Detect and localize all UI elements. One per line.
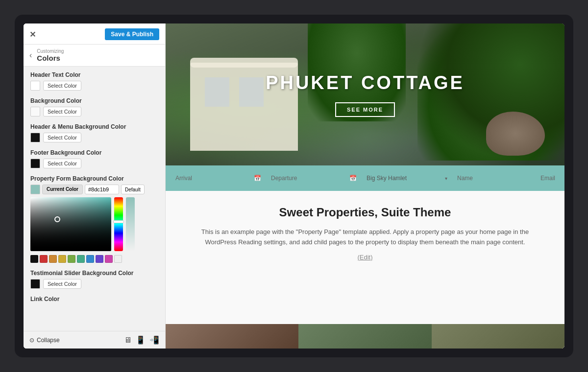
bottom-image-strip	[166, 324, 564, 349]
arrival-calendar-icon: 📅	[254, 175, 261, 182]
customizer-panel: ✕ Save & Publish ‹ Customizing Colors He…	[24, 23, 166, 349]
background-color-label: Background Color	[30, 97, 158, 104]
tablet-view-button[interactable]: 📱	[136, 335, 146, 345]
color-canvas-area	[30, 197, 158, 251]
testimonial-bg-section: Testimonial Slider Background Color Sele…	[30, 270, 158, 289]
email-input[interactable]	[540, 175, 564, 182]
testimonial-bg-btn[interactable]: Select Color	[43, 279, 81, 289]
edit-link[interactable]: (Edit)	[190, 254, 540, 261]
header-text-color-label: Header Text Color	[30, 71, 158, 78]
bottom-img-2	[298, 324, 431, 349]
color-gradient-canvas[interactable]	[30, 197, 111, 251]
background-color-btn[interactable]: Select Color	[43, 107, 81, 116]
gradient-picker-circle[interactable]	[54, 216, 60, 222]
footer-bg-btn[interactable]: Select Color	[43, 159, 81, 168]
booking-bar: 📅 📅 ▾ INQUIRE	[166, 165, 564, 191]
back-navigation: ‹ Customizing Colors	[24, 45, 165, 67]
swatch-white[interactable]	[114, 255, 122, 263]
header-menu-bg-section: Header & Menu Background Color Select Co…	[30, 123, 158, 142]
default-btn[interactable]: Default	[121, 185, 145, 194]
swatch-orange[interactable]	[49, 255, 57, 263]
balcony-rail	[190, 58, 298, 68]
header-menu-bg-label: Header & Menu Background Color	[30, 123, 158, 130]
footer-bg-swatch[interactable]	[30, 159, 40, 168]
swatch-black[interactable]	[30, 255, 38, 263]
mobile-view-button[interactable]: 📲	[149, 335, 159, 345]
back-arrow-icon[interactable]: ‹	[29, 51, 32, 60]
current-color-tab[interactable]: Current Color	[42, 185, 83, 194]
swatch-teal[interactable]	[77, 255, 85, 263]
header-text-color-row: Select Color	[30, 81, 158, 91]
panel-body: Header Text Color Select Color Backgroun…	[24, 67, 165, 331]
property-form-bg-section: Property Form Background Color Current C…	[30, 175, 158, 263]
footer-bg-section: Footer Background Color Select Color	[30, 149, 158, 168]
save-publish-button[interactable]: Save & Publish	[105, 28, 159, 40]
header-text-color-btn[interactable]: Select Color	[43, 81, 81, 91]
bottom-img-1	[166, 324, 298, 349]
opacity-slider-wrapper	[126, 197, 135, 251]
bottom-images-row	[166, 324, 564, 349]
footer-icons: 🖥 📱 📲	[124, 335, 159, 345]
hero-title: PHUKET COTTAGE	[266, 72, 465, 93]
header-text-color-section: Header Text Color Select Color	[30, 71, 158, 91]
content-area: Sweet Properties, Suite Theme This is an…	[166, 191, 564, 324]
departure-calendar-icon: 📅	[349, 175, 357, 182]
testimonial-bg-label: Testimonial Slider Background Color	[30, 270, 158, 277]
hue-slider[interactable]	[114, 197, 123, 251]
collapse-button[interactable]: ⊙ Collapse	[29, 337, 60, 344]
hue-slider-wrapper	[114, 197, 123, 251]
property-dropdown-icon[interactable]: ▾	[445, 176, 447, 181]
arrival-input[interactable]	[175, 175, 249, 182]
bottom-img-3	[432, 324, 564, 349]
section-title: Colors	[37, 54, 64, 62]
swatch-green[interactable]	[68, 255, 75, 263]
opacity-slider[interactable]	[126, 197, 135, 251]
swatch-purple[interactable]	[96, 255, 103, 263]
preview-panel: PHUKET COTTAGE SEE MORE 📅 📅 ▾ INQUIRE	[166, 23, 564, 349]
hero-scene	[166, 23, 564, 165]
desktop-view-button[interactable]: 🖥	[124, 335, 132, 345]
hero-section: PHUKET COTTAGE SEE MORE	[166, 23, 564, 165]
app-window: ✕ Save & Publish ‹ Customizing Colors He…	[24, 23, 564, 349]
swatch-red[interactable]	[40, 255, 48, 263]
hex-input[interactable]	[85, 185, 119, 194]
close-button[interactable]: ✕	[29, 30, 36, 39]
departure-input[interactable]	[271, 175, 344, 182]
window-left	[205, 77, 229, 107]
panel-header: ✕ Save & Publish	[24, 23, 165, 45]
footer-bg-row: Select Color	[30, 159, 158, 168]
current-color-swatch[interactable]	[30, 185, 40, 194]
link-color-label: Link Color	[30, 296, 158, 302]
hue-thumb	[113, 220, 124, 223]
link-color-section: Link Color	[30, 296, 158, 302]
color-picker-tabs: Current Color Default	[30, 185, 158, 194]
content-title: Sweet Properties, Suite Theme	[190, 206, 540, 219]
monitor-frame: ✕ Save & Publish ‹ Customizing Colors He…	[15, 15, 573, 357]
name-input[interactable]	[457, 175, 531, 182]
background-color-row: Select Color	[30, 107, 158, 116]
footer-bg-label: Footer Background Color	[30, 149, 158, 156]
customizing-label: Customizing	[37, 48, 64, 54]
hero-see-more-button[interactable]: SEE MORE	[335, 102, 395, 117]
property-form-bg-label: Property Form Background Color	[30, 175, 158, 182]
property-input[interactable]	[367, 175, 440, 182]
header-text-color-swatch[interactable]	[30, 81, 40, 91]
testimonial-bg-row: Select Color	[30, 279, 158, 289]
header-menu-bg-swatch[interactable]	[30, 133, 40, 142]
swatch-blue[interactable]	[86, 255, 94, 263]
header-menu-bg-btn[interactable]: Select Color	[43, 133, 81, 142]
nav-title-group: Customizing Colors	[37, 48, 64, 62]
background-color-section: Background Color Select Color	[30, 97, 158, 116]
swatch-yellow[interactable]	[58, 255, 66, 263]
header-menu-bg-row: Select Color	[30, 133, 158, 142]
collapse-label: Collapse	[37, 337, 60, 344]
background-color-swatch[interactable]	[30, 107, 40, 116]
content-text: This is an example page with the "Proper…	[190, 227, 540, 248]
panel-footer: ⊙ Collapse 🖥 📱 📲	[24, 331, 165, 349]
color-swatches-row	[30, 255, 158, 263]
collapse-icon: ⊙	[29, 337, 34, 344]
swatch-pink[interactable]	[105, 255, 113, 263]
testimonial-bg-swatch[interactable]	[30, 279, 40, 289]
window-right	[239, 77, 264, 107]
